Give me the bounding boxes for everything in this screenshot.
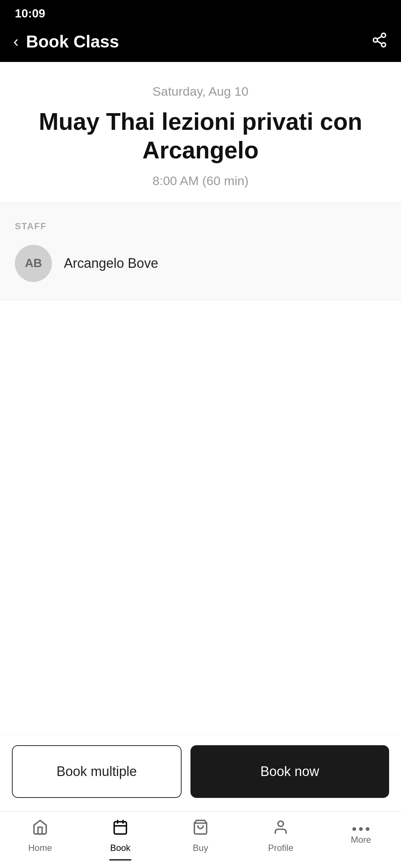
- nav-bar-left: ‹ Book Class: [13, 32, 119, 52]
- staff-section: STAFF AB Arcangelo Bove: [0, 203, 401, 300]
- nav-item-more[interactable]: More: [321, 827, 401, 845]
- staff-initials: AB: [25, 256, 42, 270]
- action-buttons: Book multiple Book now: [0, 734, 401, 811]
- svg-line-4: [377, 36, 382, 39]
- buy-label: Buy: [193, 843, 208, 853]
- staff-item: AB Arcangelo Bove: [15, 245, 386, 282]
- book-now-button[interactable]: Book now: [190, 745, 389, 798]
- share-icon[interactable]: [371, 32, 388, 52]
- status-time: 10:09: [15, 7, 45, 20]
- content-spacer: [0, 300, 401, 734]
- main-content: Saturday, Aug 10 Muay Thai lezioni priva…: [0, 62, 401, 868]
- class-time: 8:00 AM (60 min): [15, 174, 386, 188]
- profile-icon: [273, 819, 289, 839]
- book-icon: [112, 819, 128, 839]
- nav-title: Book Class: [26, 32, 119, 52]
- staff-avatar: AB: [15, 245, 52, 282]
- nav-bar: ‹ Book Class: [0, 24, 401, 62]
- class-header: Saturday, Aug 10 Muay Thai lezioni priva…: [0, 62, 401, 203]
- nav-item-home[interactable]: Home: [0, 819, 80, 853]
- svg-line-3: [377, 41, 382, 43]
- bottom-nav: Home Book Buy: [0, 811, 401, 868]
- nav-item-profile[interactable]: Profile: [241, 819, 321, 853]
- nav-item-buy[interactable]: Buy: [160, 819, 241, 853]
- class-date: Saturday, Aug 10: [15, 84, 386, 99]
- book-multiple-button[interactable]: Book multiple: [12, 745, 182, 798]
- nav-item-book[interactable]: Book: [80, 819, 160, 853]
- buy-icon: [192, 819, 209, 839]
- home-label: Home: [28, 843, 52, 853]
- svg-point-10: [278, 821, 284, 827]
- home-icon: [32, 819, 48, 839]
- class-title: Muay Thai lezioni privati con Arcangelo: [15, 108, 386, 165]
- staff-name: Arcangelo Bove: [64, 256, 158, 271]
- more-label: More: [351, 835, 371, 845]
- back-button[interactable]: ‹: [13, 34, 19, 49]
- status-bar: 10:09: [0, 0, 401, 24]
- profile-label: Profile: [268, 843, 293, 853]
- svg-rect-5: [114, 822, 127, 834]
- more-icon: [352, 827, 369, 831]
- book-label: Book: [110, 843, 131, 853]
- staff-label: STAFF: [15, 221, 386, 231]
